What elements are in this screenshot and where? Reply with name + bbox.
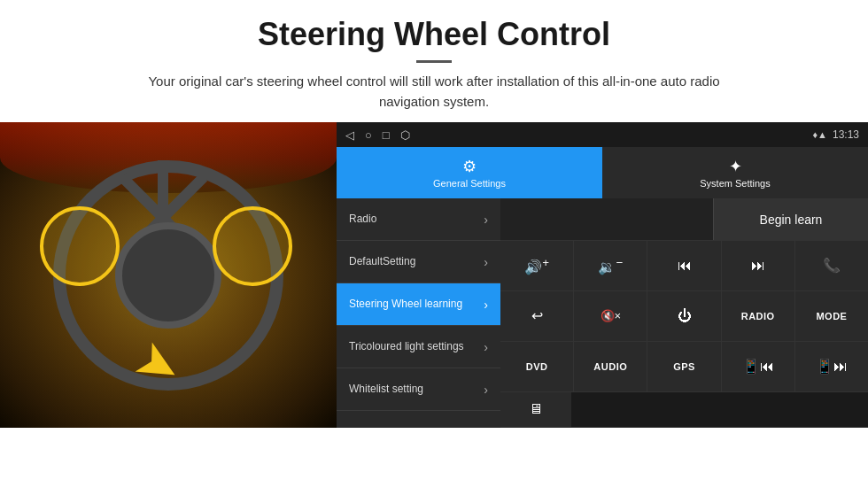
- chevron-icon: ›: [484, 340, 488, 354]
- mute-icon: 🔇×: [601, 309, 622, 322]
- dvd-label: DVD: [526, 361, 548, 372]
- right-controls: Begin learn 🔊+ 🔉− ⏮: [500, 198, 868, 428]
- tab-bar: ⚙ General Settings ✦ System Settings: [337, 147, 868, 198]
- screen-button[interactable]: 🖥: [500, 392, 571, 427]
- chevron-icon: ›: [484, 213, 488, 227]
- call-end-icon: ↩: [531, 307, 543, 324]
- audio-button[interactable]: AUDIO: [574, 342, 647, 391]
- tel-prev-icon: 📱⏮: [742, 358, 774, 375]
- chevron-icon: ›: [484, 298, 488, 312]
- recents-icon[interactable]: □: [383, 128, 390, 142]
- status-bar: ◁ ○ □ ⬡ ♦▲ 13:13: [337, 122, 868, 147]
- content-area: ➤ ◁ ○ □ ⬡ ♦▲ 13:13 ⚙ General Settings: [0, 122, 868, 428]
- dvd-button[interactable]: DVD: [500, 342, 574, 391]
- call-end-button[interactable]: ↩: [500, 291, 574, 341]
- screen-icon: 🖥: [529, 401, 543, 417]
- system-settings-icon: ✦: [729, 157, 742, 176]
- prev-track-icon: ⏮: [678, 258, 692, 274]
- volume-up-button[interactable]: 🔊+: [500, 241, 574, 290]
- begin-learn-row: Begin learn: [500, 198, 868, 241]
- power-icon: ⏻: [678, 308, 692, 324]
- tel-next-icon: 📱⏭: [816, 358, 848, 375]
- tab-system-settings[interactable]: ✦ System Settings: [602, 147, 868, 198]
- back-icon[interactable]: ◁: [345, 128, 354, 142]
- controls-row-1: 🔊+ 🔉− ⏮ ⏭ 📞: [500, 241, 868, 291]
- chevron-icon: ›: [484, 383, 488, 397]
- mode-label: MODE: [816, 311, 847, 321]
- clock: 13:13: [833, 128, 859, 141]
- general-settings-icon: ⚙: [462, 157, 477, 176]
- highlight-left-buttons: [40, 206, 120, 286]
- audio-label: AUDIO: [593, 361, 627, 372]
- begin-learn-button[interactable]: Begin learn: [713, 198, 868, 240]
- main-content: Radio › DefaultSetting › Steering Wheel …: [337, 198, 868, 428]
- phone-button[interactable]: 📞: [795, 241, 868, 290]
- menu-item-tricoloured[interactable]: Tricoloured light settings ›: [337, 326, 500, 368]
- radio-label: RADIO: [741, 311, 775, 321]
- page-title: Steering Wheel Control: [18, 16, 850, 53]
- image-panel: ➤: [0, 122, 337, 428]
- radio-button[interactable]: RADIO: [722, 291, 795, 341]
- steering-wheel-bg: ➤: [0, 122, 337, 428]
- menu-item-steering-wheel[interactable]: Steering Wheel learning ›: [337, 283, 500, 326]
- gps-label: GPS: [673, 361, 695, 372]
- controls-row-2: ↩ 🔇× ⏻ RADIO MODE: [500, 291, 868, 342]
- status-indicators: ♦▲ 13:13: [812, 128, 859, 141]
- menu-icon[interactable]: ⬡: [400, 128, 410, 142]
- begin-learn-label: Begin learn: [760, 213, 823, 227]
- signal-icon: ♦▲: [812, 129, 827, 140]
- controls-grid: 🔊+ 🔉− ⏮ ⏭ 📞: [500, 241, 868, 428]
- volume-up-icon: 🔊+: [524, 256, 549, 275]
- next-track-icon: ⏭: [751, 258, 765, 274]
- next-track-button[interactable]: ⏭: [722, 241, 795, 290]
- chevron-icon: ›: [484, 255, 488, 269]
- menu-item-default-setting[interactable]: DefaultSetting ›: [337, 241, 500, 283]
- nav-icons: ◁ ○ □ ⬡: [345, 128, 410, 142]
- mute-button[interactable]: 🔇×: [574, 291, 647, 341]
- menu-item-whitelist[interactable]: Whitelist setting ›: [337, 368, 500, 411]
- title-divider: [416, 60, 452, 63]
- phone-icon: 📞: [823, 257, 841, 274]
- gps-button[interactable]: GPS: [647, 342, 721, 391]
- menu-item-radio[interactable]: Radio ›: [337, 198, 500, 241]
- tab-general-label: General Settings: [433, 178, 506, 189]
- tel-next-button[interactable]: 📱⏭: [795, 342, 868, 391]
- controls-row-3: DVD AUDIO GPS 📱⏮ 📱⏭: [500, 342, 868, 392]
- steering-wheel-center: [115, 222, 221, 329]
- left-menu: Radio › DefaultSetting › Steering Wheel …: [337, 198, 500, 428]
- android-panel: ◁ ○ □ ⬡ ♦▲ 13:13 ⚙ General Settings ✦ Sy…: [337, 122, 868, 428]
- tel-prev-button[interactable]: 📱⏮: [722, 342, 795, 391]
- controls-row-4: 🖥: [500, 392, 868, 428]
- highlight-right-buttons: [213, 206, 292, 286]
- home-icon[interactable]: ○: [365, 128, 372, 142]
- power-button[interactable]: ⏻: [647, 291, 721, 341]
- volume-down-button[interactable]: 🔉−: [574, 241, 647, 290]
- mode-button[interactable]: MODE: [795, 291, 868, 341]
- top-section: Steering Wheel Control Your original car…: [0, 0, 868, 122]
- subtitle: Your original car's steering wheel contr…: [124, 72, 744, 112]
- tab-general-settings[interactable]: ⚙ General Settings: [337, 147, 602, 198]
- prev-track-button[interactable]: ⏮: [647, 241, 721, 290]
- volume-down-icon: 🔉−: [598, 256, 623, 275]
- tab-system-label: System Settings: [700, 178, 770, 189]
- blank-space: [500, 198, 713, 240]
